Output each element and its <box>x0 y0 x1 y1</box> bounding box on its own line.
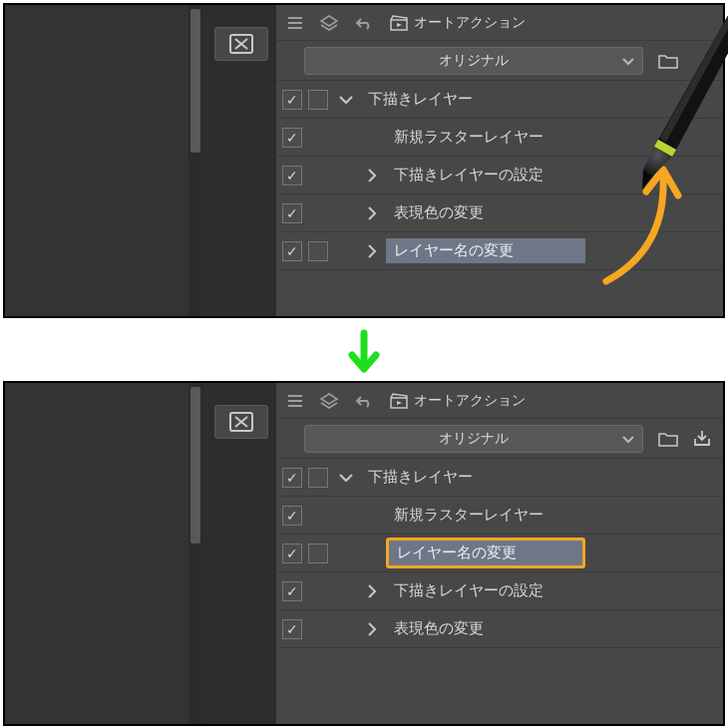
clapper-icon <box>390 15 408 31</box>
enable-checkbox[interactable] <box>282 506 302 526</box>
color-swatch[interactable] <box>308 241 328 261</box>
palette-tab-label: オートアクション <box>414 392 526 410</box>
action-set-dropdown[interactable]: オリジナル <box>304 47 643 75</box>
chevron-right-icon[interactable] <box>360 584 384 598</box>
enable-checkbox[interactable] <box>282 90 302 110</box>
action-row[interactable]: 表現色の変更 <box>276 610 723 648</box>
action-set-dropdown[interactable]: オリジナル <box>304 425 643 453</box>
action-label[interactable]: 下描きレイヤー <box>360 87 481 112</box>
panel-after: オートアクション オリジナル <box>3 381 725 726</box>
action-label[interactable]: 下描きレイヤーの設定 <box>386 578 551 603</box>
palette-toolbar: オートアクション <box>276 5 723 41</box>
palette-tab-label: オートアクション <box>414 14 526 32</box>
enable-checkbox[interactable] <box>282 468 302 488</box>
auto-action-palette: オートアクション オリジナル <box>276 383 723 724</box>
clapper-icon <box>390 393 408 409</box>
action-row[interactable]: 下描きレイヤー <box>276 459 723 497</box>
enable-checkbox[interactable] <box>282 166 302 185</box>
folder-icon[interactable] <box>653 47 683 75</box>
action-row[interactable]: 新規ラスターレイヤー <box>276 119 723 157</box>
action-label[interactable]: 新規ラスターレイヤー <box>386 125 551 150</box>
chevron-down-icon[interactable] <box>334 95 358 105</box>
action-label[interactable]: 表現色の変更 <box>386 616 492 641</box>
scrollbar[interactable] <box>188 5 202 316</box>
folder-icon[interactable] <box>653 425 683 453</box>
chevron-down-icon <box>622 53 634 69</box>
enable-checkbox[interactable] <box>282 128 302 148</box>
color-swatch[interactable] <box>308 544 328 563</box>
action-row[interactable]: レイヤー名の変更 <box>276 535 723 572</box>
action-label[interactable]: レイヤー名の変更 <box>386 238 585 263</box>
enable-checkbox[interactable] <box>282 203 302 223</box>
palette-tab[interactable]: オートアクション <box>382 387 534 415</box>
canvas-area <box>5 383 188 724</box>
enable-checkbox[interactable] <box>282 581 302 601</box>
layers-icon[interactable] <box>314 387 344 415</box>
action-set-row: オリジナル <box>276 41 723 81</box>
action-row[interactable]: 下描きレイヤー <box>276 81 723 119</box>
action-label[interactable]: 下描きレイヤー <box>360 465 481 490</box>
quick-access-button[interactable] <box>214 27 268 61</box>
color-swatch[interactable] <box>308 468 328 488</box>
action-label[interactable]: 表現色の変更 <box>386 200 492 225</box>
panel-gap <box>202 5 214 316</box>
action-label[interactable]: 下描きレイヤーの設定 <box>386 163 551 187</box>
action-set-label: オリジナル <box>439 430 509 448</box>
chevron-right-icon[interactable] <box>360 622 384 636</box>
enable-checkbox[interactable] <box>282 544 302 563</box>
panel-before: オートアクション オリジナル 下描きレイヤー新規ラスターレイヤー下描きレイヤーの… <box>3 3 725 318</box>
action-row[interactable]: 新規ラスターレイヤー <box>276 497 723 535</box>
scrollbar[interactable] <box>188 383 202 724</box>
chevron-down-icon <box>622 431 634 447</box>
layers-icon[interactable] <box>314 9 344 37</box>
menu-icon[interactable] <box>280 9 310 37</box>
chevron-right-icon[interactable] <box>360 244 384 258</box>
palette-toolbar: オートアクション <box>276 383 723 419</box>
chevron-down-icon[interactable] <box>334 473 358 483</box>
action-row[interactable]: レイヤー名の変更 <box>276 232 723 270</box>
auto-action-palette: オートアクション オリジナル 下描きレイヤー新規ラスターレイヤー下描きレイヤーの… <box>276 5 723 316</box>
action-list: 下描きレイヤー新規ラスターレイヤーレイヤー名の変更下描きレイヤーの設定表現色の変… <box>276 459 723 648</box>
chevron-right-icon[interactable] <box>360 169 384 182</box>
enable-checkbox[interactable] <box>282 619 302 639</box>
action-row[interactable]: 表現色の変更 <box>276 194 723 232</box>
quick-access-button[interactable] <box>214 405 268 439</box>
import-icon[interactable] <box>687 425 717 453</box>
undo-icon[interactable] <box>348 387 378 415</box>
palette-tab[interactable]: オートアクション <box>382 9 534 37</box>
action-row[interactable]: 下描きレイヤーの設定 <box>276 572 723 610</box>
menu-icon[interactable] <box>280 387 310 415</box>
action-set-label: オリジナル <box>439 52 509 70</box>
transition-arrow <box>334 321 394 381</box>
canvas-area <box>5 5 188 316</box>
panel-gap <box>202 383 214 724</box>
chevron-right-icon[interactable] <box>360 206 384 220</box>
color-swatch[interactable] <box>308 90 328 110</box>
action-row[interactable]: 下描きレイヤーの設定 <box>276 157 723 194</box>
enable-checkbox[interactable] <box>282 241 302 261</box>
action-label[interactable]: レイヤー名の変更 <box>386 538 585 568</box>
action-label[interactable]: 新規ラスターレイヤー <box>386 503 551 528</box>
action-list: 下描きレイヤー新規ラスターレイヤー下描きレイヤーの設定表現色の変更レイヤー名の変… <box>276 81 723 270</box>
undo-icon[interactable] <box>348 9 378 37</box>
action-set-row: オリジナル <box>276 419 723 459</box>
